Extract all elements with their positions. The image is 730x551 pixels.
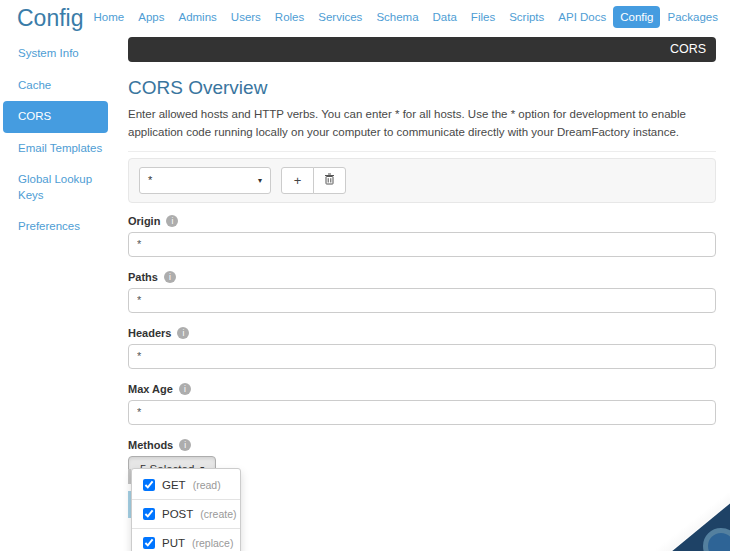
plus-icon: +	[294, 173, 302, 188]
sidebar-item-cors[interactable]: CORS	[3, 101, 108, 133]
host-select-value: *	[148, 174, 152, 186]
nav-item-home[interactable]: Home	[87, 6, 132, 28]
info-icon[interactable]: i	[179, 439, 191, 451]
section-header-bar: CORS	[128, 37, 716, 62]
origin-label: Origin	[128, 215, 160, 227]
method-put-checkbox[interactable]	[143, 537, 155, 549]
method-name: PUT	[162, 537, 185, 549]
nav-item-packages[interactable]: Packages	[660, 6, 725, 28]
max-age-label: Max Age	[128, 383, 173, 395]
info-icon[interactable]: i	[177, 327, 189, 339]
cors-description: Enter allowed hosts and HTTP verbs. You …	[128, 106, 716, 142]
method-option-put[interactable]: PUT (replace)	[132, 529, 240, 551]
paths-label: Paths	[128, 271, 158, 283]
nav-item-roles[interactable]: Roles	[268, 6, 311, 28]
nav-item-data[interactable]: Data	[426, 6, 464, 28]
max-age-input[interactable]	[128, 400, 716, 425]
nav-item-schema[interactable]: Schema	[369, 6, 425, 28]
method-hint: (read)	[193, 479, 221, 491]
methods-dropdown-menu: GET (read) POST (create) PUT (replace)	[131, 468, 241, 551]
host-toolbar-buttons: +	[281, 167, 346, 194]
cors-overview-heading: CORS Overview	[128, 77, 716, 99]
headers-label: Headers	[128, 327, 171, 339]
max-age-field-group: Max Age i	[128, 383, 716, 425]
method-name: POST	[162, 508, 193, 520]
nav-item-services[interactable]: Services	[311, 6, 369, 28]
info-icon[interactable]: i	[179, 383, 191, 395]
nav-item-api-docs[interactable]: API Docs	[551, 6, 613, 28]
divider	[128, 151, 716, 152]
method-hint: (replace)	[192, 537, 233, 549]
method-post-checkbox[interactable]	[143, 508, 155, 520]
info-icon[interactable]: i	[164, 271, 176, 283]
sidebar-item-preferences[interactable]: Preferences	[0, 211, 124, 243]
add-host-button[interactable]: +	[281, 167, 314, 194]
methods-label: Methods	[128, 439, 173, 451]
nav-item-apps[interactable]: Apps	[131, 6, 171, 28]
headers-field-group: Headers i	[128, 327, 716, 369]
origin-field-group: Origin i	[128, 215, 716, 257]
section-bar-title: CORS	[670, 42, 706, 56]
sidebar-item-email-templates[interactable]: Email Templates	[0, 133, 124, 165]
nav-item-config[interactable]: Config	[613, 6, 660, 28]
nav-item-files[interactable]: Files	[464, 6, 502, 28]
method-hint: (create)	[200, 508, 236, 520]
delete-host-button[interactable]	[313, 167, 346, 194]
method-get-checkbox[interactable]	[143, 479, 155, 491]
host-toolbar: * ▾ +	[128, 158, 716, 203]
info-icon[interactable]: i	[166, 215, 178, 227]
trash-icon	[324, 173, 335, 188]
nav-item-admins[interactable]: Admins	[171, 6, 223, 28]
caret-down-icon: ▾	[258, 176, 262, 185]
method-option-post[interactable]: POST (create)	[132, 500, 240, 529]
paths-field-group: Paths i	[128, 271, 716, 313]
host-select[interactable]: * ▾	[139, 167, 271, 194]
config-sidebar: System Info Cache CORS Email Templates G…	[0, 38, 124, 243]
origin-input[interactable]	[128, 232, 716, 257]
method-option-get[interactable]: GET (read)	[132, 471, 240, 500]
top-nav: Home Apps Admins Users Roles Services Sc…	[87, 6, 725, 28]
nav-item-users[interactable]: Users	[224, 6, 268, 28]
cors-main-panel: CORS CORS Overview Enter allowed hosts a…	[128, 37, 716, 496]
sidebar-item-cache[interactable]: Cache	[0, 70, 124, 102]
method-name: GET	[162, 479, 186, 491]
page-curl-widget[interactable]	[656, 493, 730, 551]
paths-input[interactable]	[128, 288, 716, 313]
headers-input[interactable]	[128, 344, 716, 369]
sidebar-item-system-info[interactable]: System Info	[0, 38, 124, 70]
nav-item-scripts[interactable]: Scripts	[502, 6, 551, 28]
page-title: Config	[17, 5, 83, 32]
sidebar-item-global-lookup-keys[interactable]: Global Lookup Keys	[0, 164, 124, 211]
methods-field-group: Methods i 5 Selected ▾ GET (read) POST (…	[128, 439, 716, 482]
